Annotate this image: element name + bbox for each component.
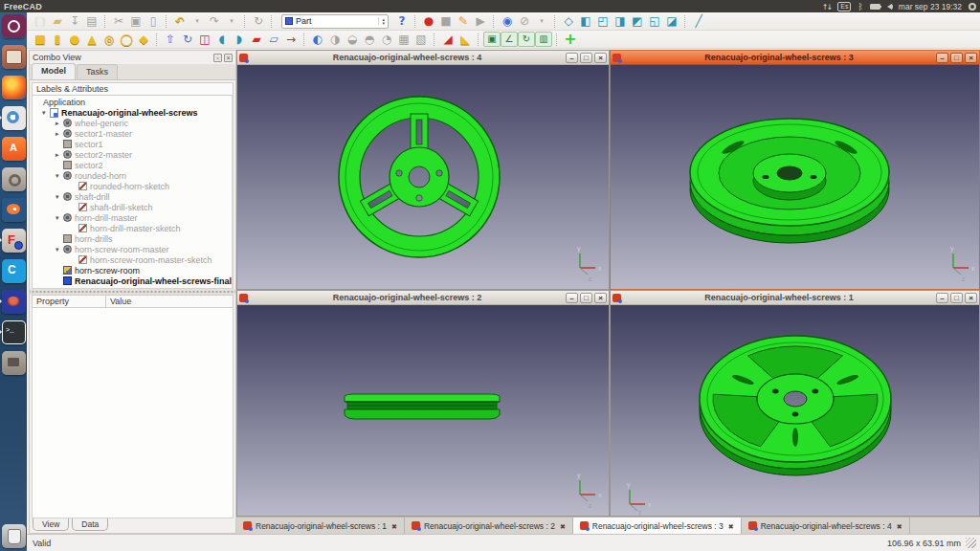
- tree-item[interactable]: sector2: [33, 160, 232, 170]
- measure-clear-icon[interactable]: ▥: [535, 32, 552, 47]
- tree-item[interactable]: horn-screw-room-master-sketch: [33, 254, 232, 265]
- primitive-tube-icon[interactable]: ◯: [118, 32, 135, 47]
- dock-chromium[interactable]: [2, 106, 26, 130]
- toolbar-handle[interactable]: [271, 15, 273, 28]
- macro-record-icon[interactable]: ●: [420, 13, 437, 29]
- macro-stop-icon[interactable]: ■: [437, 13, 455, 29]
- dock-firefox[interactable]: [2, 76, 26, 99]
- close-button[interactable]: [965, 53, 977, 63]
- undo-dropdown-icon[interactable]: ▾: [189, 13, 206, 29]
- tree-item[interactable]: shaft-drill: [33, 191, 232, 202]
- value-column-header[interactable]: Value: [106, 295, 234, 308]
- extrude-icon[interactable]: ⇧: [162, 32, 179, 47]
- close-panel-icon[interactable]: [224, 54, 233, 62]
- view-top-icon[interactable]: ◰: [594, 13, 612, 29]
- volume-icon[interactable]: [887, 4, 892, 10]
- session-menu-icon[interactable]: [969, 3, 976, 11]
- minimize-button[interactable]: [566, 53, 578, 63]
- fit-all-icon[interactable]: ◉: [499, 13, 516, 29]
- wheel-part[interactable]: [690, 119, 889, 243]
- revolve-icon[interactable]: ↻: [179, 32, 196, 47]
- view-right-icon[interactable]: ◨: [612, 13, 629, 29]
- measure-refresh-icon[interactable]: ↻: [518, 32, 535, 47]
- toolbar-handle[interactable]: [556, 33, 558, 46]
- wheel-part[interactable]: [700, 336, 891, 475]
- workbench-selector[interactable]: Part: [281, 14, 389, 29]
- window-tab[interactable]: Renacuajo-original-wheel-screws : 3: [573, 518, 742, 534]
- view-rear-icon[interactable]: ◩: [629, 13, 646, 29]
- view-data-tab[interactable]: View: [33, 518, 69, 531]
- tree-item[interactable]: rounded-horn-sketch: [33, 181, 232, 191]
- redo-icon[interactable]: ↷: [206, 13, 223, 29]
- view-data-tab[interactable]: Data: [72, 518, 108, 531]
- tree-item[interactable]: horn-drills: [33, 233, 232, 244]
- draw-style-icon[interactable]: ⊘: [516, 13, 533, 29]
- dock-archive-app[interactable]: [2, 351, 26, 375]
- combo-tab[interactable]: Tasks: [77, 64, 118, 79]
- tree-item[interactable]: wheel-generic: [33, 118, 232, 128]
- dock-game-app[interactable]: [2, 290, 26, 314]
- tree-item[interactable]: sector1-master: [33, 128, 232, 139]
- window-tab[interactable]: Renacuajo-original-wheel-screws : 1: [236, 518, 405, 534]
- primitive-box-icon[interactable]: ■: [32, 32, 49, 47]
- dock-system-settings[interactable]: [2, 167, 26, 191]
- tree-item[interactable]: sector2-master: [33, 149, 232, 160]
- tree-item[interactable]: sector1: [33, 139, 232, 149]
- toolbar-handle[interactable]: [493, 15, 495, 28]
- float-panel-icon[interactable]: [213, 54, 222, 62]
- tree-scrollbar[interactable]: [232, 96, 233, 288]
- view-bottom-icon[interactable]: ◱: [646, 13, 663, 29]
- cross-sections-icon[interactable]: ◣: [457, 32, 474, 47]
- tree-item[interactable]: shaft-drill-sketch: [33, 202, 232, 212]
- 3d-viewport-3[interactable]: y x z: [611, 65, 979, 289]
- undo-icon[interactable]: ↶: [171, 13, 189, 29]
- toolbar-handle[interactable]: [554, 15, 556, 28]
- boolean-intersection-icon[interactable]: ◓: [361, 32, 378, 47]
- primitive-sphere-icon[interactable]: ●: [66, 32, 83, 47]
- toolbar-handle[interactable]: [244, 15, 246, 28]
- window-titlebar[interactable]: Renacuajo-original-wheel-screws : 2: [237, 291, 609, 305]
- tab-close-icon[interactable]: [728, 521, 734, 531]
- compound-filter-icon[interactable]: ▧: [412, 32, 430, 47]
- measure-linear-icon[interactable]: ▣: [483, 32, 501, 47]
- dock-ubuntu-dash[interactable]: [2, 14, 26, 38]
- tree-expander-icon[interactable]: [56, 193, 63, 201]
- tree-item[interactable]: horn-screw-room-master: [33, 244, 232, 254]
- wheel-part[interactable]: [339, 97, 500, 257]
- battery-icon[interactable]: [870, 4, 880, 10]
- panel-titlebar[interactable]: Combo View: [30, 51, 235, 64]
- resize-grip-icon[interactable]: [966, 538, 976, 548]
- boolean-union-icon[interactable]: ◒: [344, 32, 361, 47]
- cross-section-icon[interactable]: ◢: [439, 32, 457, 47]
- print-icon[interactable]: ▤: [83, 13, 100, 29]
- view-front-icon[interactable]: ◧: [577, 13, 594, 29]
- section-icon[interactable]: ◔: [378, 32, 395, 47]
- workbench-dropdown-arrows[interactable]: [378, 17, 385, 25]
- tab-close-icon[interactable]: [391, 521, 397, 531]
- boolean-icon[interactable]: ◐: [309, 32, 326, 47]
- tree-expander-icon[interactable]: [56, 214, 63, 222]
- primitive-cone-icon[interactable]: ▲: [83, 32, 100, 47]
- tree-item[interactable]: horn-drill-master-sketch: [33, 223, 232, 233]
- tree-expander-icon[interactable]: [56, 151, 63, 159]
- tree-expander-icon[interactable]: [56, 172, 63, 180]
- dock-trash[interactable]: [2, 524, 26, 548]
- open-file-icon[interactable]: ▰: [49, 13, 66, 29]
- window-titlebar[interactable]: Renacuajo-original-wheel-screws : 4: [237, 51, 609, 65]
- minimize-button[interactable]: [936, 293, 948, 303]
- dock-freecad[interactable]: [2, 229, 26, 253]
- minimize-button[interactable]: [566, 293, 578, 303]
- dock-files[interactable]: [2, 45, 26, 69]
- paste-icon[interactable]: ▯: [145, 13, 162, 29]
- tab-close-icon[interactable]: [897, 521, 902, 531]
- window-tab[interactable]: Renacuajo-original-wheel-screws : 2: [405, 518, 573, 534]
- close-button[interactable]: [594, 293, 607, 303]
- tree-item[interactable]: Renacuajo-original-wheel-screws: [33, 107, 232, 118]
- sweep-icon[interactable]: →: [282, 32, 300, 47]
- macro-edit-icon[interactable]: ✎: [455, 13, 472, 29]
- window-titlebar[interactable]: Renacuajo-original-wheel-screws : 1: [611, 291, 979, 305]
- combo-tab[interactable]: Model: [32, 63, 76, 79]
- dock-blender[interactable]: [2, 198, 26, 222]
- measure-icon[interactable]: ╱: [690, 13, 707, 29]
- tree-item[interactable]: horn-drill-master: [33, 212, 232, 223]
